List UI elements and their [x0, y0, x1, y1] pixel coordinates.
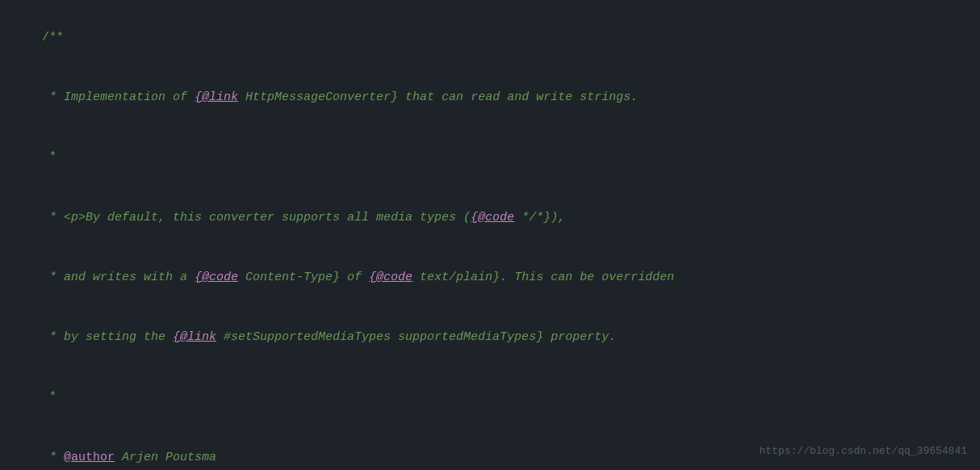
- comment-text-2: * Implementation of: [42, 90, 195, 104]
- code-line-6: * by setting the {@link #setSupportedMed…: [13, 308, 967, 367]
- at-code-2: {@code: [195, 271, 238, 284]
- comment-empty-3: *: [42, 150, 57, 164]
- code-viewer: /** * Implementation of {@link HttpMessa…: [0, 0, 980, 470]
- comment-text-4b: */*}),: [514, 211, 565, 225]
- at-code-1: {@code: [471, 211, 514, 225]
- comment-text-5: * and writes with a: [42, 271, 195, 284]
- comment-text-2b: HttpMessageConverter} that can read and …: [238, 90, 638, 104]
- at-code-3: {@code: [369, 271, 413, 284]
- comment-text-5b: Content-Type} of: [238, 271, 369, 284]
- code-line-4: * <p>By default, this converter supports…: [13, 188, 967, 248]
- comment-text-5c: text/plain}. This can be overridden: [413, 271, 674, 284]
- comment-text-6b: #setSupportedMediaTypes supportedMediaTy…: [216, 330, 616, 344]
- author-name-1: Arjen Poutsma: [115, 451, 216, 464]
- comment-open: /**: [42, 31, 64, 44]
- code-line-1: /**: [13, 8, 967, 68]
- at-link: {@link: [195, 90, 238, 104]
- watermark: https://blog.csdn.net/qq_39654841: [760, 443, 967, 460]
- code-line-5: * and writes with a {@code Content-Type}…: [13, 248, 967, 308]
- annotation-author-1: @author: [64, 451, 115, 464]
- at-link-2: {@link: [173, 330, 216, 344]
- code-line-3: *: [13, 128, 967, 188]
- comment-text-4: * <p>By default, this converter supports…: [42, 211, 471, 225]
- code-line-7: *: [13, 368, 967, 428]
- code-line-2: * Implementation of {@link HttpMessageCo…: [13, 68, 967, 128]
- comment-empty-7: *: [42, 390, 57, 404]
- comment-star-8: *: [42, 451, 64, 464]
- comment-text-6: * by setting the: [42, 330, 173, 344]
